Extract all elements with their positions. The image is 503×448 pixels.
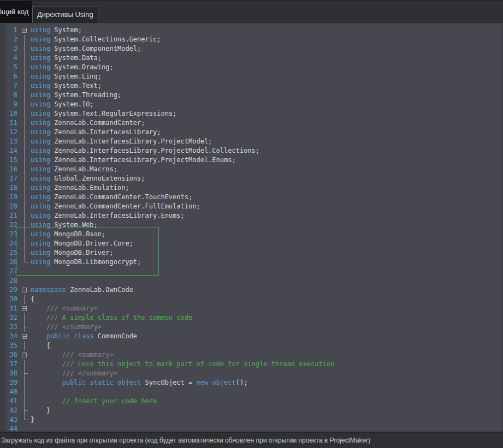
code-line[interactable]: 30{ (0, 295, 501, 304)
code-line[interactable]: 24using MongoDB.Driver.Core; (0, 239, 501, 248)
line-number: 1 (0, 26, 21, 35)
code-line[interactable]: 39 public static object SyncObject = new… (0, 378, 501, 387)
code-line[interactable]: 1using System; (0, 26, 501, 35)
code-text: using ZennoLab.CommandCenter.TouchEvents… (28, 193, 192, 202)
code-line[interactable]: 35 { (0, 341, 501, 350)
code-text: public static object SyncObject = new ob… (28, 378, 247, 387)
code-text: } (28, 415, 34, 425)
code-text: } (28, 406, 50, 415)
code-line[interactable]: 11using ZennoLab.CommandCenter; (0, 118, 501, 128)
code-editor-window: Общий код Директивы Using 1using System;… (0, 0, 503, 448)
code-line[interactable]: 15using ZennoLab.InterfacesLibrary.Proje… (0, 156, 501, 165)
code-line[interactable]: 31 /// <summary> (0, 304, 501, 313)
code-line[interactable]: 2using System.Collections.Generic; (0, 35, 501, 44)
code-line[interactable]: 28 (0, 276, 501, 285)
code-line[interactable]: 37 /// Lock this object to mark part of … (0, 360, 501, 369)
fold-guide (21, 369, 28, 378)
code-text: public class CommonCode (28, 332, 137, 341)
line-number: 35 (0, 341, 21, 350)
fold-toggle-icon[interactable] (21, 304, 28, 313)
code-line[interactable]: 32 /// A simple class of the common code (0, 313, 501, 322)
code-text: namespace ZennoLab.OwnCode (28, 285, 133, 295)
code-line[interactable]: 19using ZennoLab.CommandCenter.TouchEven… (0, 193, 501, 202)
code-line[interactable]: 44 (0, 425, 501, 432)
code-text: /// </summary> (28, 322, 102, 332)
fold-guide (21, 276, 28, 285)
code-line[interactable]: 27 (0, 267, 501, 276)
code-line[interactable]: 36 /// <summary> (0, 350, 501, 360)
fold-guide (21, 109, 28, 118)
code-line[interactable]: 25using MongoDB.Driver; (0, 248, 501, 258)
code-line[interactable]: 22using System.Web; (0, 220, 501, 230)
code-line[interactable]: 38 /// </summary> (0, 369, 501, 378)
code-line[interactable]: 33 /// </summary> (0, 322, 501, 332)
code-text: /// <summary> (28, 350, 114, 360)
fold-guide (21, 378, 28, 387)
line-number: 33 (0, 322, 21, 332)
code-line[interactable]: 12using ZennoLab.InterfacesLibrary; (0, 128, 501, 137)
fold-toggle-icon[interactable] (21, 332, 28, 341)
code-line[interactable]: 41 // Insert your code here (0, 397, 501, 406)
code-line[interactable]: 23using MongoDB.Bson; (0, 230, 501, 239)
code-line[interactable]: 18using ZennoLab.Emulation; (0, 183, 501, 193)
fold-guide (21, 295, 28, 304)
line-number: 12 (0, 128, 21, 137)
code-line[interactable]: 26using MongoDB.Libmongocrypt; (0, 258, 501, 267)
code-text: { (28, 341, 50, 350)
fold-guide (21, 415, 28, 425)
code-line[interactable]: 10using System.Text.RegularExpressions; (0, 109, 501, 118)
tab-bar: Общий код Директивы Using (0, 0, 503, 23)
fold-guide (21, 193, 28, 202)
code-line[interactable]: 6using System.Linq; (0, 72, 501, 81)
code-text (28, 387, 31, 397)
line-number: 28 (0, 276, 21, 285)
code-line[interactable]: 4using System.Data; (0, 53, 501, 63)
code-text: /// A simple class of the common code (28, 313, 192, 322)
fold-guide (21, 425, 28, 432)
code-text: /// <summary> (28, 304, 98, 313)
code-line[interactable]: 9using System.IO; (0, 100, 501, 109)
code-line[interactable]: 34 public class CommonCode (0, 332, 501, 341)
fold-guide (21, 220, 28, 230)
fold-toggle-icon[interactable] (21, 350, 28, 360)
code-editor[interactable]: 1using System;2using System.Collections.… (0, 24, 503, 432)
code-line[interactable]: 13using ZennoLab.InterfacesLibrary.Proje… (0, 137, 501, 146)
fold-toggle-icon[interactable] (21, 285, 28, 295)
code-text: using System.Threading; (28, 91, 121, 100)
code-line[interactable]: 21using ZennoLab.InterfacesLibrary.Enums… (0, 211, 501, 220)
code-line[interactable]: 40 (0, 387, 501, 397)
code-line[interactable]: 14using ZennoLab.InterfacesLibrary.Proje… (0, 146, 501, 156)
line-number: 7 (0, 81, 21, 91)
code-text: using ZennoLab.InterfacesLibrary.Enums; (28, 211, 185, 220)
fold-guide (21, 63, 28, 72)
code-text: using ZennoLab.InterfacesLibrary.Project… (28, 156, 236, 165)
line-number: 24 (0, 239, 21, 248)
fold-toggle-icon[interactable] (21, 26, 28, 35)
fold-guide (21, 322, 28, 332)
fold-guide (21, 239, 28, 248)
line-number: 37 (0, 360, 21, 369)
code-line[interactable]: 7using System.Text; (0, 81, 501, 91)
tab-using-directives[interactable]: Директивы Using (32, 7, 98, 23)
fold-guide (21, 341, 28, 350)
code-text: using System.IO; (28, 100, 94, 109)
tab-common-code[interactable]: Общий код (0, 1, 32, 23)
code-line[interactable]: 42 } (0, 406, 501, 415)
code-line[interactable]: 43} (0, 415, 501, 425)
code-line[interactable]: 20using ZennoLab.CommandCenter.FullEmula… (0, 202, 501, 211)
line-number: 6 (0, 72, 21, 81)
code-line[interactable]: 17using Global.ZennoExtensions; (0, 174, 501, 183)
code-line[interactable]: 8using System.Threading; (0, 91, 501, 100)
line-number: 16 (0, 165, 21, 174)
code-line[interactable]: 16using ZennoLab.Macros; (0, 165, 501, 174)
fold-guide (21, 156, 28, 165)
code-text: using System.ComponentModel; (28, 44, 141, 53)
code-line[interactable]: 3using System.ComponentModel; (0, 44, 501, 53)
fold-guide (21, 146, 28, 156)
status-text: Загружать код из файла при открытии прое… (0, 437, 370, 444)
code-line[interactable]: 29namespace ZennoLab.OwnCode (0, 285, 501, 295)
line-number: 18 (0, 183, 21, 193)
code-text: /// Lock this object to mark part of cod… (28, 360, 334, 369)
code-line[interactable]: 5using System.Drawing; (0, 63, 501, 72)
code-text (28, 267, 31, 276)
